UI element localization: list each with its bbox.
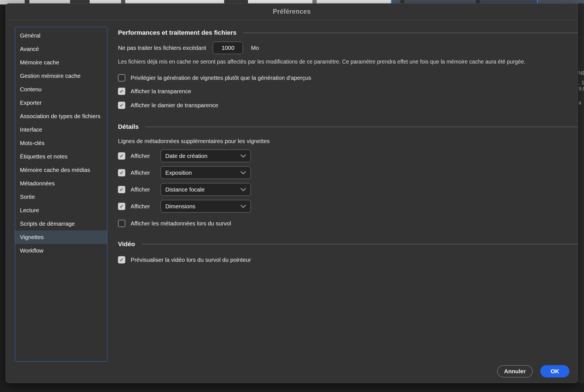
cache-note-text: Les fichiers déjà mis en cache ne seront… [118, 59, 525, 65]
prefer-thumbnail-generation-checkbox[interactable] [118, 74, 125, 81]
dropdown-value: Distance focale [165, 186, 240, 193]
cancel-button[interactable]: Annuler [497, 365, 533, 377]
sidebar-item-association-types-fichiers[interactable]: Association de types de fichiers [15, 109, 107, 123]
metadata-dropdown-4[interactable]: Dimensions [161, 200, 251, 213]
checkbox-row: Afficher les métadonnées lors du survol [118, 219, 231, 228]
show-transparency-checkbox[interactable] [118, 88, 125, 95]
background-text-fragment: 9,0 [578, 86, 584, 92]
dropdown-value: Exposition [165, 169, 240, 176]
metadata-line-row-4: Afficher Dimensions [118, 200, 251, 213]
details-subtitle: Lignes de métadonnées supplémentaires po… [118, 138, 270, 144]
dialog-title: Préférences [6, 4, 578, 20]
dropdown-value: Dimensions [165, 203, 240, 210]
file-size-limit-row: Ne pas traiter les fichiers excédant Mo [118, 42, 259, 54]
metadata-dropdown-3[interactable]: Distance focale [161, 183, 251, 196]
sidebar-item-vignettes[interactable]: Vignettes [15, 230, 107, 244]
checkbox-label: Afficher les métadonnées lors du survol [131, 220, 231, 227]
afficher-label: Afficher [131, 153, 152, 159]
metadata-line-row-2: Afficher Exposition [118, 166, 251, 179]
checkbox-row: Afficher la transparence [118, 87, 191, 95]
sidebar-item-scripts-demarrage[interactable]: Scripts de démarrage [15, 217, 107, 230]
checkbox-row: Afficher le damier de transparence [118, 101, 218, 109]
dropdown-value: Date de création [165, 153, 240, 159]
checkbox-row: Privilégier la génération de vignettes p… [118, 74, 311, 82]
afficher-checkbox-4[interactable] [118, 203, 125, 210]
afficher-label: Afficher [131, 186, 152, 193]
sidebar-item-exporter[interactable]: Exporter [15, 96, 107, 109]
sidebar-item-metadonnees[interactable]: Métadonnées [15, 177, 107, 190]
afficher-label: Afficher [131, 169, 152, 176]
afficher-checkbox-1[interactable] [118, 152, 125, 160]
preview-video-on-hover-checkbox[interactable] [118, 256, 125, 263]
metadata-dropdown-1[interactable]: Date de création [161, 150, 251, 162]
sidebar-item-mots-cles[interactable]: Mots-clés [15, 136, 107, 150]
sidebar-item-contenu[interactable]: Contenu [15, 83, 107, 96]
sidebar-item-memoire-cache[interactable]: Mémoire cache [15, 56, 107, 69]
section-divider [145, 127, 578, 127]
chevron-down-icon [240, 171, 246, 174]
sidebar-item-sortie[interactable]: Sortie [15, 190, 107, 204]
section-title: Vidéo [118, 241, 135, 248]
section-performances-header: Performances et traitement des fichiers [118, 28, 578, 37]
metadata-dropdown-2[interactable]: Exposition [161, 166, 251, 179]
checkbox-label: Privilégier la génération de vignettes p… [131, 74, 311, 81]
checkbox-label: Afficher la transparence [131, 88, 191, 95]
chevron-down-icon [240, 188, 246, 191]
sidebar-item-memoire-cache-medias[interactable]: Mémoire cache des médias [15, 163, 107, 177]
section-title: Performances et traitement des fichiers [118, 29, 237, 36]
cache-note-row: Les fichiers déjà mis en cache ne seront… [118, 58, 525, 65]
section-details-header: Détails [118, 122, 578, 131]
section-divider [243, 32, 578, 33]
sidebar-item-avance[interactable]: Avancé [15, 42, 107, 56]
metadata-line-row-3: Afficher Distance focale [118, 183, 251, 196]
ok-button[interactable]: OK [540, 365, 569, 377]
section-divider [142, 244, 578, 244]
metadata-line-row-1: Afficher Date de création [118, 150, 251, 162]
checkbox-label: Afficher le damier de transparence [131, 102, 218, 109]
sidebar-item-workflow[interactable]: Workflow [15, 244, 107, 257]
preferences-dialog: Préférences Général Avancé Mémoire cache… [6, 3, 578, 383]
afficher-label: Afficher [131, 203, 152, 210]
show-metadata-on-hover-checkbox[interactable] [118, 220, 125, 227]
checkbox-label: Prévisualiser la vidéo lors du survol du… [131, 256, 251, 263]
sidebar-item-etiquettes-notes[interactable]: Étiquettes et notes [15, 150, 107, 163]
show-transparency-grid-checkbox[interactable] [118, 102, 125, 109]
afficher-checkbox-2[interactable] [118, 169, 125, 176]
background-text-fragment: NE [578, 70, 584, 76]
chevron-down-icon [240, 154, 246, 158]
sidebar-item-interface[interactable]: Interface [15, 123, 107, 136]
section-video-header: Vidéo [118, 240, 578, 249]
background-text-fragment: 4 [578, 100, 581, 106]
afficher-checkbox-3[interactable] [118, 186, 125, 193]
sidebar-item-gestion-memoire-cache[interactable]: Gestion mémoire cache [15, 69, 107, 83]
chevron-down-icon [240, 205, 246, 208]
background-text-fragment: , 1 [578, 80, 584, 86]
file-size-limit-label: Ne pas traiter les fichiers excédant [118, 45, 206, 51]
sidebar-item-general[interactable]: Général [15, 29, 107, 42]
file-size-unit-label: Mo [251, 45, 259, 51]
details-subtitle-row: Lignes de métadonnées supplémentaires po… [118, 137, 270, 145]
background-right-strip: NE , 1 9,0 4 [578, 3, 584, 383]
file-size-limit-input[interactable] [213, 42, 243, 54]
sidebar-item-lecture[interactable]: Lecture [15, 204, 107, 217]
section-title: Détails [118, 123, 139, 130]
preferences-category-list: Général Avancé Mémoire cache Gestion mém… [15, 27, 107, 362]
checkbox-row: Prévisualiser la vidéo lors du survol du… [118, 256, 251, 264]
